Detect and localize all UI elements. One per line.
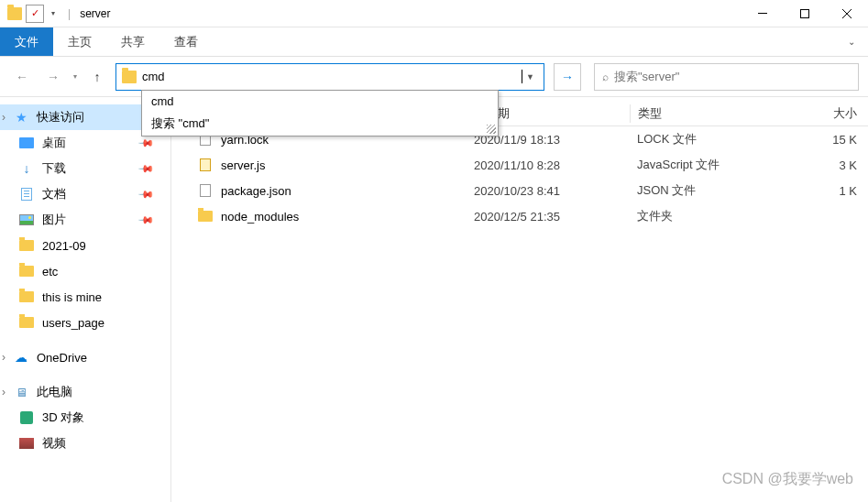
file-type: LOCK 文件 [630,131,776,147]
address-folder-icon [122,71,137,83]
folder-icon [19,240,34,251]
address-input[interactable] [142,70,522,83]
back-button[interactable]: ← [9,64,35,90]
sidebar-label: 快速访问 [37,109,84,126]
search-icon: ⌕ [602,71,609,83]
pc-icon: 🖥 [13,385,29,399]
ribbon-expand-icon[interactable]: ⌄ [835,27,868,56]
forward-button[interactable]: → [40,64,66,90]
address-dropdown-icon[interactable]: ▼ [522,72,538,82]
file-name: package.json [221,184,291,198]
video-icon [19,438,34,449]
sidebar-label: 2021-09 [42,239,86,253]
sidebar-label: 3D 对象 [42,409,84,426]
dropdown-item-search[interactable]: 搜索 "cmd" [142,112,498,136]
cube-icon [20,411,33,424]
sidebar-folder[interactable]: etc [0,258,170,284]
picture-icon [19,214,34,225]
svg-rect-1 [801,9,809,17]
star-icon: ★ [13,110,29,125]
file-type: 文件夹 [630,208,776,224]
app-icon [7,7,22,20]
qat-dropdown-icon[interactable]: ▾ [48,9,59,17]
file-size: 15 K [776,133,868,147]
close-button[interactable] [826,0,868,27]
desktop-icon [19,137,34,148]
sidebar-label: 文档 [42,186,66,202]
file-icon [200,184,211,197]
file-date: 2020/12/5 21:35 [474,210,630,224]
sidebar-onedrive[interactable]: ☁OneDrive [0,344,170,370]
dropdown-item-cmd[interactable]: cmd [142,91,498,112]
pin-icon: 📌 [137,159,154,177]
file-size: 1 K [776,184,868,198]
sidebar-thispc[interactable]: 🖥此电脑 [0,379,170,405]
address-bar[interactable]: ▼ [115,63,544,91]
maximize-button[interactable] [784,0,826,27]
titlebar: ✓ ▾ | server [0,0,868,27]
sidebar-label: etc [42,265,58,278]
document-icon [21,188,32,201]
qat-properties-icon[interactable]: ✓ [26,5,44,23]
folder-icon [198,211,213,222]
search-input[interactable] [614,70,851,83]
pin-icon: 📌 [137,185,154,202]
file-list: 攻日期 类型 大小 yarn.lock 2020/11/9 18:13 LOCK… [171,97,868,502]
file-row[interactable]: server.js 2020/11/10 8:28 JavaScript 文件 … [171,152,868,178]
sidebar-label: 视频 [42,435,66,452]
up-button[interactable]: ↑ [84,64,110,90]
sidebar-folder[interactable]: users_page [0,310,170,335]
tab-file[interactable]: 文件 [0,27,53,56]
file-name: node_modules [221,210,299,224]
svg-rect-0 [758,13,767,14]
sidebar-label: 桌面 [42,135,66,151]
tab-share[interactable]: 共享 [106,27,159,56]
title-separator: | [68,7,71,20]
sidebar-label: this is mine [42,290,102,304]
file-date: 2020/11/10 8:28 [474,158,630,172]
sidebar-folder[interactable]: this is mine [0,284,170,310]
file-type: JavaScript 文件 [630,157,776,173]
col-size-header[interactable]: 大小 [776,105,868,122]
navbar: ← → ▾ ↑ ▼ cmd 搜索 "cmd" → ⌕ [0,57,868,97]
sidebar-label: 下载 [42,160,66,177]
sidebar-folder[interactable]: 2021-09 [0,233,170,258]
window-title: server [80,7,110,20]
file-date: 2020/10/23 8:41 [474,184,630,198]
folder-icon [19,317,34,328]
file-size: 3 K [776,158,868,172]
tab-view[interactable]: 查看 [159,27,213,56]
download-icon: ↓ [18,161,35,176]
sidebar: ★快速访问 桌面📌 ↓下载📌 文档📌 图片📌 2021-09 etc this … [0,97,171,502]
sidebar-videos[interactable]: 视频 [0,431,170,456]
minimize-button[interactable] [742,0,784,27]
ribbon-tabs: 文件 主页 共享 查看 ⌄ [0,27,868,57]
col-type-header[interactable]: 类型 [630,104,776,123]
go-button[interactable]: → [554,63,581,91]
tab-home[interactable]: 主页 [53,27,106,56]
pin-icon: 📌 [137,211,154,228]
file-row[interactable]: node_modules 2020/12/5 21:35 文件夹 [171,203,868,229]
pin-icon: 📌 [137,134,154,151]
file-name: server.js [221,158,265,172]
file-icon [200,158,211,171]
search-box[interactable]: ⌕ [594,63,859,91]
folder-icon [19,266,34,277]
sidebar-label: users_page [42,316,104,330]
sidebar-3d[interactable]: 3D 对象 [0,405,170,431]
file-row[interactable]: package.json 2020/10/23 8:41 JSON 文件 1 K [171,178,868,203]
resize-grip-icon[interactable] [487,125,496,134]
folder-icon [19,291,34,302]
sidebar-label: 图片 [42,212,66,228]
history-dropdown-icon[interactable]: ▾ [73,72,77,81]
cloud-icon: ☁ [13,350,29,365]
address-dropdown: cmd 搜索 "cmd" [141,90,499,136]
sidebar-label: OneDrive [37,351,87,365]
sidebar-pictures[interactable]: 图片📌 [0,207,170,233]
sidebar-label: 此电脑 [37,384,72,400]
sidebar-documents[interactable]: 文档📌 [0,181,170,207]
sidebar-downloads[interactable]: ↓下载📌 [0,156,170,181]
file-type: JSON 文件 [630,182,776,199]
